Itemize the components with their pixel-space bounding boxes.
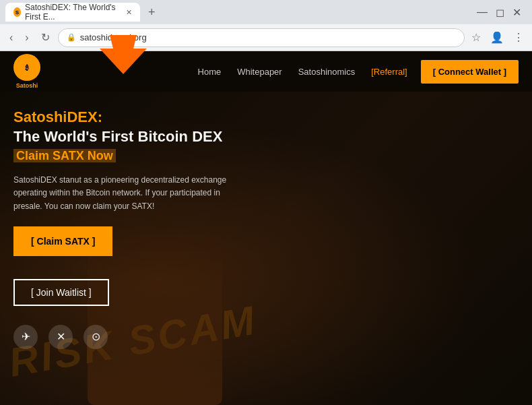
telegram-symbol: ✈ <box>22 330 30 343</box>
join-waitlist-button[interactable]: [ Join Waitlist ] <box>13 279 109 306</box>
github-icon[interactable]: ⊙ <box>84 325 108 349</box>
github-symbol: ⊙ <box>92 330 100 343</box>
twitter-icon[interactable]: ✕ <box>48 325 73 349</box>
back-button[interactable]: ‹ <box>5 29 17 46</box>
logo-icon: ₿ <box>13 54 40 81</box>
hero-subtitle: Claim SATX Now <box>13 149 279 163</box>
nav-home[interactable]: Home <box>198 67 222 77</box>
hero-subtitle-text: Claim SATX Now <box>13 149 116 162</box>
bookmark-icon[interactable]: ☆ <box>469 29 484 46</box>
nav-referral[interactable]: [Referral] <box>371 67 407 77</box>
lock-icon: 🔒 <box>67 33 76 42</box>
url-text: satoshidex-ai.org <box>80 32 147 42</box>
browser-titlebar: S SatoshiDEX: The World's First E... ✕ +… <box>0 0 532 24</box>
telegram-icon[interactable]: ✈ <box>13 325 38 349</box>
site-nav: ₿ Satoshi Home Whitepaper Satoshinomics … <box>0 51 532 92</box>
claim-button-wrapper: [ Claim SATX ] <box>13 226 279 267</box>
minimize-button[interactable]: — <box>477 6 488 19</box>
maximize-button[interactable]: ◻ <box>496 6 504 19</box>
nav-satoshinomics[interactable]: Satoshinomics <box>298 67 356 77</box>
reload-button[interactable]: ↻ <box>37 28 54 46</box>
nav-whitepaper[interactable]: Whitepaper <box>237 67 281 77</box>
hero-title-satoshi: SatoshiDEX: <box>13 108 102 125</box>
close-button[interactable]: ✕ <box>512 6 521 19</box>
hero-description: SatoshiDEX stanut as a pioneering decent… <box>13 174 229 213</box>
address-bar[interactable]: 🔒 satoshidex-ai.org <box>58 28 465 47</box>
hero-left: SatoshiDEX: The World's First Bitcoin DE… <box>0 92 293 405</box>
nav-links: Home Whitepaper Satoshinomics [Referral] <box>198 67 407 77</box>
tab-title: SatoshiDEX: The World's First E... <box>25 3 122 22</box>
hero-title: SatoshiDEX: The World's First Bitcoin DE… <box>13 108 279 146</box>
browser-toolbar: ‹ › ↻ 🔒 satoshidex-ai.org ☆ 👤 ⋮ <box>0 24 532 51</box>
toolbar-actions: ☆ 👤 ⋮ <box>469 29 527 46</box>
twitter-symbol: ✕ <box>57 330 65 343</box>
hero-section: RISK SCAM SatoshiDEX: The World's First … <box>0 92 532 405</box>
browser-frame: S SatoshiDEX: The World's First E... ✕ +… <box>0 0 532 405</box>
profile-icon[interactable]: 👤 <box>488 29 506 46</box>
tab-close-button[interactable]: ✕ <box>126 8 132 17</box>
menu-icon[interactable]: ⋮ <box>510 29 527 46</box>
claim-satx-button[interactable]: [ Claim SATX ] <box>13 226 112 256</box>
hero-title-main: The World's First Bitcoin DEX <box>13 128 222 145</box>
site-logo: ₿ Satoshi <box>13 54 40 89</box>
site-content: ₿ Satoshi Home Whitepaper Satoshinomics … <box>0 51 532 405</box>
join-button-wrapper: [ Join Waitlist ] <box>13 279 279 319</box>
tab-favicon: S <box>13 7 21 17</box>
new-tab-button[interactable]: + <box>145 5 158 20</box>
logo-text: Satoshi <box>16 82 38 89</box>
connect-wallet-button[interactable]: [ Connect Wallet ] <box>421 60 519 84</box>
social-icons: ✈ ✕ ⊙ <box>13 325 279 349</box>
forward-button[interactable]: › <box>21 29 32 46</box>
browser-tab[interactable]: S SatoshiDEX: The World's First E... ✕ <box>5 3 140 22</box>
